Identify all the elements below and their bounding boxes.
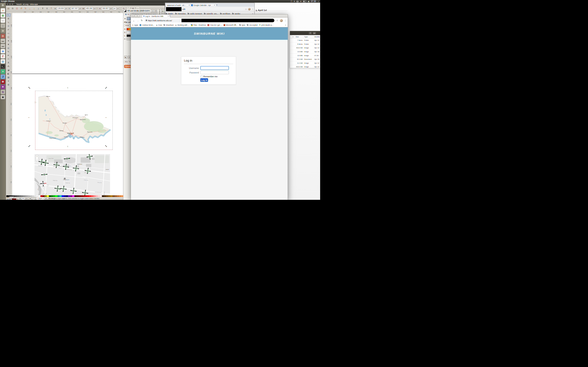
palette-swatch[interactable] — [43, 195, 44, 197]
eraser-tool[interactable]: ◪ — [7, 68, 10, 72]
rgb-tab[interactable]: RGB — [124, 24, 130, 27]
remember-me-checkbox[interactable] — [200, 75, 203, 78]
map-zoom-in-button[interactable]: + — [36, 155, 38, 158]
launcher-files-icon[interactable]: ▤ — [1, 34, 5, 38]
selector-tool[interactable]: ↖ — [7, 13, 10, 17]
scale-handle-w[interactable]: ↔ — [28, 116, 30, 118]
palette-swatch[interactable] — [53, 195, 55, 197]
menu-kebab-icon[interactable]: ⋮ — [285, 19, 286, 22]
login-button[interactable]: Log in — [200, 78, 208, 82]
palette-swatch[interactable] — [121, 195, 123, 197]
password-input[interactable] — [200, 71, 229, 74]
maximize-icon[interactable]: ▫ — [12, 3, 13, 5]
no-paint-button[interactable]: ✕ — [124, 17, 126, 20]
palette-swatch[interactable] — [51, 195, 53, 197]
bookmark-item[interactable]: ⚑print deakin p... — [259, 24, 273, 26]
launcher-dash-home-icon[interactable]: ❂ — [1, 3, 5, 8]
palette-swatch[interactable] — [40, 195, 43, 197]
palette-swatch[interactable] — [49, 195, 51, 197]
unit-select[interactable]: px — [113, 7, 116, 10]
tab-close-icon[interactable]: ✕ — [214, 4, 215, 6]
palette-swatch[interactable] — [91, 195, 93, 197]
zoom-tool[interactable]: ⊙ — [7, 24, 10, 28]
bookmark-item[interactable]: spss — [239, 24, 245, 26]
palette-swatch[interactable] — [79, 195, 81, 197]
slack-tray-icon[interactable]: ✣ — [294, 0, 295, 2]
mail-icon[interactable]: ✉ — [300, 0, 302, 2]
scale-handle-s[interactable]: ↕ — [67, 145, 68, 147]
close-icon[interactable]: ✕ — [132, 15, 134, 17]
tab-close-icon[interactable]: ✕ — [189, 4, 190, 6]
sort-direction-icon[interactable]: ▲ — [292, 36, 294, 37]
scale-handle-se[interactable]: ⤡ — [105, 145, 107, 147]
maximize-icon[interactable]: ▫ — [138, 15, 140, 17]
minimize-icon[interactable]: – — [9, 3, 11, 5]
raise-to-top-icon[interactable]: ⤒ — [49, 7, 53, 10]
back-icon[interactable]: ← — [133, 19, 135, 22]
palette-swatch[interactable] — [68, 195, 70, 197]
bookmark-item[interactable]: ◍Czar — [156, 24, 162, 26]
palette-swatch[interactable] — [81, 195, 83, 197]
palette-swatch[interactable] — [76, 195, 78, 197]
scale-handle-sw[interactable]: ⤢ — [28, 145, 30, 147]
bucket-tool[interactable]: ◧ — [7, 72, 10, 75]
layer-visibility-icon[interactable]: ◉ — [29, 197, 32, 200]
launcher-disk-drive-2-icon[interactable]: ▬ — [1, 44, 5, 48]
tab-fill[interactable]: Fill — [124, 13, 130, 16]
table-row[interactable]: 5 itemsFolderApr 12 — [290, 42, 320, 46]
bookmark-item[interactable]: csv-exploit — [247, 24, 258, 26]
launcher-mendeley-icon[interactable]: M — [1, 80, 5, 84]
url-text[interactable]: edit — [182, 8, 185, 10]
palette-swatch[interactable] — [100, 195, 102, 197]
menu-kebab-icon[interactable]: ⋮ — [252, 8, 254, 10]
profile-avatar[interactable] — [248, 8, 251, 10]
palette-swatch[interactable] — [115, 195, 117, 197]
palette-swatch[interactable] — [108, 195, 111, 197]
scale-handle-nw[interactable]: ⤡ — [28, 87, 30, 89]
dropper-tool[interactable]: ✦ — [7, 79, 10, 83]
inkscape-canvas[interactable]: MilduraSheppartonWangarattaAlburyHorsham… — [12, 13, 128, 198]
table-row[interactable]: 3.5 MBImageApr 18 — [290, 50, 320, 54]
launcher-libreoffice-calc-icon[interactable]: ▦ — [1, 13, 5, 18]
palette-swatch[interactable] — [104, 195, 106, 197]
reload-icon[interactable]: ↻ — [141, 19, 143, 22]
launcher-atom-editor-icon[interactable]: ✳ — [1, 69, 5, 74]
gradient-tool[interactable]: ▨ — [7, 76, 10, 79]
launcher-globe-j-icon[interactable]: J — [1, 75, 5, 79]
palette-swatch[interactable] — [85, 195, 87, 197]
search-icon[interactable]: ⚲ — [309, 32, 312, 34]
node-tool[interactable]: ✣ — [7, 17, 10, 20]
y-field[interactable]: 567.357 — [71, 7, 79, 10]
tweak-tool[interactable]: ∿ — [7, 21, 10, 24]
launcher-screen-share-icon[interactable]: ⧉ — [1, 90, 5, 94]
bookmark-item[interactable]: OAndrew Simm... — [140, 24, 154, 26]
document-icon[interactable]: ▤ — [7, 7, 10, 10]
palette-swatch[interactable] — [102, 195, 104, 197]
launcher-terminal-icon[interactable]: ›_ — [1, 64, 5, 69]
palette-swatch[interactable] — [70, 195, 72, 197]
star-tool[interactable]: ★ — [7, 43, 10, 46]
new-tab-button[interactable]: + — [216, 4, 217, 6]
launcher-libreoffice-writer-icon[interactable]: ▤ — [1, 59, 5, 64]
h-field[interactable]: 368.857 — [102, 7, 109, 10]
palette-swatch[interactable] — [87, 195, 89, 197]
street-map-object[interactable]: Grace ParkLynch StLynch StBurwood RdBurw… — [35, 154, 110, 198]
profile-avatar[interactable] — [280, 19, 283, 22]
lower-to-bottom-icon[interactable]: ⤓ — [36, 7, 40, 10]
minimize-icon[interactable]: – — [135, 15, 137, 17]
box3d-tool[interactable]: ◫ — [7, 35, 10, 39]
palette-swatch[interactable] — [44, 195, 47, 197]
palette-swatch[interactable] — [74, 195, 76, 197]
scale-handle-e[interactable]: ↔ — [105, 116, 107, 118]
connector-tool[interactable]: ⊞ — [7, 83, 10, 86]
zoom-drawing-icon[interactable]: ⊡ — [15, 7, 19, 10]
launcher-zotero-icon[interactable]: Z — [1, 54, 5, 58]
list-view-icon[interactable]: ▤▾ — [313, 32, 316, 34]
rotate-ccw-icon[interactable]: ↺ — [19, 7, 23, 10]
dropbox-icon[interactable]: ❒ — [291, 0, 292, 2]
table-row[interactable]: 416.9 kBImageApr 12 — [290, 46, 320, 50]
url-bar[interactable]: https://wiki.swinburne.edu.au/ — [144, 18, 274, 22]
scale-handle-n[interactable]: ↕ — [67, 86, 68, 89]
tab-statement-of-work[interactable]: statement of work - v4 - G✕ — [166, 4, 191, 7]
bookmark-item[interactable]: Microsoft Offi... — [224, 24, 238, 26]
